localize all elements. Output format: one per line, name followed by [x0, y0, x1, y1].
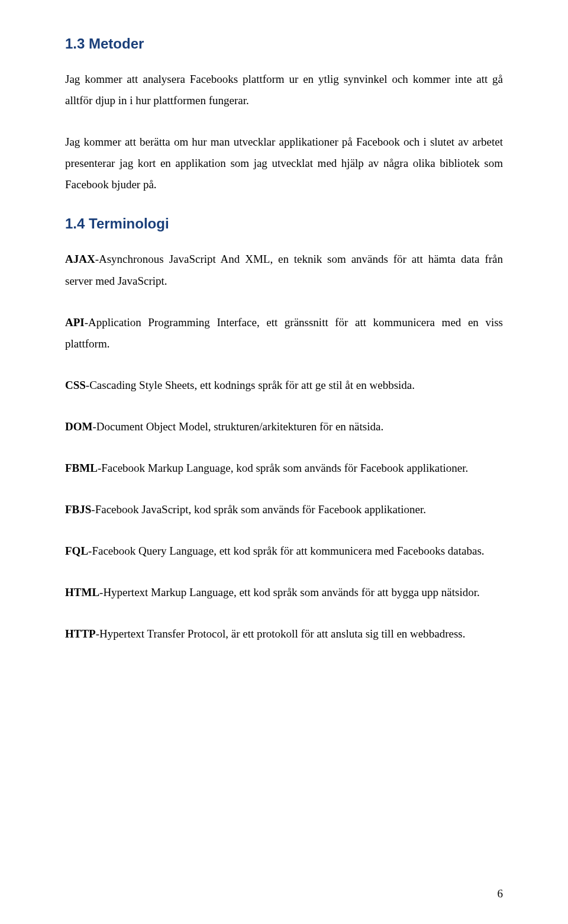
term-rest: -Document Object Model, strukturen/arkit…: [92, 420, 383, 433]
term-html: HTML-Hypertext Markup Language, ett kod …: [65, 582, 503, 603]
term-dom: DOM-Document Object Model, strukturen/ar…: [65, 416, 503, 437]
term-rest: -Facebook Markup Language, kod språk som…: [98, 462, 468, 474]
term-rest: -Facebook JavaScript, kod språk som anvä…: [91, 503, 426, 516]
heading-metoder: 1.3 Metoder: [65, 36, 503, 52]
term-rest: -Facebook Query Language, ett kod språk …: [88, 545, 485, 557]
term-ajax: AJAX-Asynchronous JavaScript And XML, en…: [65, 249, 503, 291]
term-rest: -Cascading Style Sheets, ett kodnings sp…: [86, 379, 415, 391]
term-fql: FQL-Facebook Query Language, ett kod spr…: [65, 540, 503, 562]
paragraph-metoder-1: Jag kommer att analysera Facebooks platt…: [65, 69, 503, 111]
term-bold: FBJS: [65, 503, 91, 516]
page-container: 1.3 Metoder Jag kommer att analysera Fac…: [0, 0, 568, 924]
term-bold: FBML: [65, 462, 98, 474]
term-bold: AJAX: [65, 253, 95, 265]
term-css: CSS-Cascading Style Sheets, ett kodnings…: [65, 375, 503, 396]
term-rest: -Hypertext Markup Language, ett kod språ…: [99, 586, 480, 598]
term-bold: HTTP: [65, 627, 96, 640]
term-rest: -Asynchronous JavaScript And XML, en tek…: [65, 253, 503, 286]
page-number: 6: [498, 887, 504, 900]
term-bold: API: [65, 316, 85, 329]
term-rest: -Application Programming Interface, ett …: [65, 316, 503, 350]
term-bold: HTML: [65, 586, 99, 598]
paragraph-metoder-2: Jag kommer att berätta om hur man utveck…: [65, 131, 503, 195]
term-bold: CSS: [65, 379, 86, 391]
heading-terminologi: 1.4 Terminologi: [65, 215, 503, 232]
term-http: HTTP-Hypertext Transfer Protocol, är ett…: [65, 623, 503, 645]
term-api: API-Application Programming Interface, e…: [65, 312, 503, 355]
term-bold: FQL: [65, 545, 88, 557]
term-bold: DOM: [65, 420, 92, 433]
term-fbjs: FBJS-Facebook JavaScript, kod språk som …: [65, 499, 503, 520]
term-fbml: FBML-Facebook Markup Language, kod språk…: [65, 458, 503, 479]
term-rest: -Hypertext Transfer Protocol, är ett pro…: [96, 627, 466, 640]
